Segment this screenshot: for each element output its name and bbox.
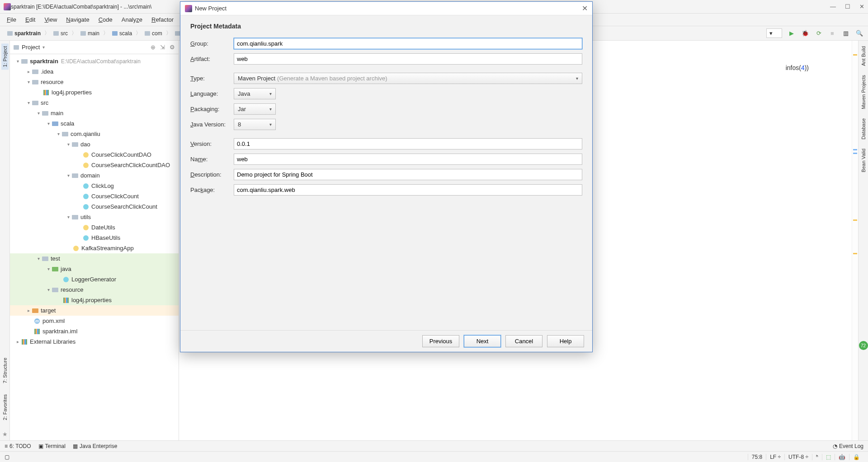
tree-dao2[interactable]: CourseSearchClickCountDAO [91, 162, 170, 168]
project-panel-header: Project ▾ ⊕ ⇲ ⚙ [10, 41, 179, 54]
window-controls: — ☐ ✕ [830, 3, 864, 10]
tree-java[interactable]: java [61, 266, 71, 272]
collapse-icon[interactable]: ⇲ [160, 44, 165, 51]
code-fragment: infos(4)) [786, 64, 809, 71]
description-label: Description: [190, 171, 234, 178]
tree-ext-lib[interactable]: External Libraries [30, 338, 75, 345]
tree-domain1[interactable]: ClickLog [91, 182, 114, 189]
breadcrumb-main[interactable]: main [78, 29, 102, 37]
previous-button[interactable]: Previous [422, 335, 459, 347]
name-label: Name: [190, 156, 234, 163]
tree-test-log4j[interactable]: log4j.properties [71, 297, 112, 303]
tree-logger[interactable]: LoggerGenerator [71, 276, 116, 283]
tree-main[interactable]: main [51, 110, 63, 117]
tree-test[interactable]: test [51, 255, 60, 262]
menu-file[interactable]: File [3, 14, 20, 25]
next-button[interactable]: Next [464, 335, 501, 347]
breadcrumb-com[interactable]: com [142, 29, 165, 37]
search-icon[interactable]: 🔍 [855, 29, 863, 37]
status-pos[interactable]: 75:8 [748, 454, 766, 460]
language-select[interactable]: Java [234, 88, 276, 99]
scroll-stripe[interactable] [852, 41, 858, 440]
tree-app[interactable]: KafkaStreamingApp [81, 245, 134, 252]
status-line-sep[interactable]: LF ÷ [766, 454, 784, 460]
inspection-badge[interactable]: 72 [859, 341, 868, 350]
menu-refactor[interactable]: Refactor [147, 14, 178, 25]
gear-icon[interactable]: ⚙ [170, 44, 175, 51]
minimize-button[interactable]: — [830, 3, 836, 10]
tool-bean[interactable]: Bean Valid [860, 146, 867, 175]
version-input[interactable] [234, 138, 582, 149]
tree-pom[interactable]: pom.xml [42, 317, 65, 324]
package-input[interactable] [234, 184, 582, 196]
group-input[interactable] [234, 38, 582, 49]
tree-resource[interactable]: resource [41, 79, 64, 85]
java-version-select[interactable]: 8 [234, 119, 276, 130]
status-icon[interactable]: ▢ [5, 454, 9, 460]
coverage-icon[interactable]: ⟳ [815, 29, 823, 37]
tree-dao1[interactable]: CourseClickCountDAO [91, 151, 151, 158]
locate-icon[interactable]: ⊕ [151, 44, 156, 51]
tree-root[interactable]: sparktrain [30, 58, 58, 65]
type-select[interactable]: Maven Project(Generate a Maven based pro… [234, 73, 582, 84]
dialog-close-icon[interactable]: ✕ [582, 4, 588, 13]
packaging-select[interactable]: Jar [234, 103, 276, 115]
tree-domain2[interactable]: CourseClickCount [91, 193, 139, 200]
tool-maven[interactable]: Maven Projects [860, 72, 867, 112]
tree-domain[interactable]: domain [80, 172, 100, 179]
menu-code[interactable]: Code [94, 14, 117, 25]
help-button[interactable]: Help [547, 335, 584, 347]
version-label: Version: [190, 140, 234, 147]
name-input[interactable] [234, 154, 582, 165]
bottom-todo[interactable]: ≡ 6: TODO [5, 443, 31, 449]
project-tree[interactable]: ▾sparktrainE:\IDEA\actualCombat\sparktra… [10, 54, 179, 440]
run-config-dropdown[interactable]: ▾ [766, 28, 782, 38]
tree-test-resource[interactable]: resource [61, 286, 84, 293]
right-gutter: Ant Build Maven Projects Database Bean V… [858, 41, 868, 440]
package-label: Package: [190, 187, 234, 193]
breadcrumb-root[interactable]: sparktrain [5, 29, 43, 37]
tree-src[interactable]: src [41, 99, 48, 106]
tree-domain3[interactable]: CourseSearchClickCount [91, 203, 157, 210]
dialog-section-title: Project Metadata [190, 23, 582, 30]
status-git-icon[interactable]: ʰ [812, 454, 822, 460]
menu-edit[interactable]: Edit [21, 14, 39, 25]
tool-project[interactable]: 1: Project [1, 43, 9, 70]
maximize-button[interactable]: ☐ [845, 3, 850, 10]
bottom-terminal[interactable]: ▣ Terminal [38, 443, 66, 449]
cancel-button[interactable]: Cancel [505, 335, 542, 347]
tree-utils1[interactable]: DateUtils [91, 224, 115, 231]
menu-view[interactable]: View [40, 14, 61, 25]
tool-database[interactable]: Database [860, 116, 867, 142]
tree-utils[interactable]: utils [80, 214, 91, 220]
stop-icon[interactable]: ■ [828, 29, 836, 37]
tree-iml[interactable]: sparktrain.iml [42, 328, 77, 335]
tree-utils2[interactable]: HBaseUtils [91, 234, 120, 241]
status-lock-icon[interactable]: 🔒 [849, 454, 863, 460]
debug-icon[interactable]: 🐞 [801, 29, 809, 37]
tree-pkg[interactable]: com.qianliu [71, 131, 100, 137]
tree-target[interactable]: target [41, 307, 56, 314]
layout-icon[interactable]: ▥ [842, 29, 850, 37]
status-bar: ▢ 75:8 LF ÷ UTF-8 ÷ ʰ ⬚ 🤖 🔒 [0, 451, 868, 462]
close-window-button[interactable]: ✕ [859, 3, 864, 10]
artifact-input[interactable] [234, 53, 582, 65]
tree-scala[interactable]: scala [61, 120, 74, 127]
status-encoding[interactable]: UTF-8 ÷ [784, 454, 812, 460]
tree-log4j[interactable]: log4j.properties [52, 89, 92, 96]
bottom-java-ee[interactable]: ▦ Java Enterprise [73, 443, 117, 449]
breadcrumb-scala[interactable]: scala [109, 29, 135, 37]
breadcrumb-src[interactable]: src [51, 29, 71, 37]
bottom-event-log[interactable]: ◔ Event Log [833, 443, 863, 449]
run-icon[interactable]: ▶ [788, 29, 796, 37]
tree-idea[interactable]: .idea [41, 68, 53, 75]
menu-navigate[interactable]: Navigate [62, 14, 93, 25]
description-input[interactable] [234, 169, 582, 180]
tool-structure[interactable]: 7: Structure [1, 355, 9, 386]
tool-favorites[interactable]: 2: Favorites [1, 392, 9, 423]
menu-analyze[interactable]: Analyze [118, 14, 146, 25]
toolbar-right: ▾ ▶ 🐞 ⟳ ■ ▥ 🔍 [766, 28, 863, 38]
tree-dao[interactable]: dao [80, 141, 90, 148]
tool-ant[interactable]: Ant Build [860, 43, 867, 69]
dialog-title-bar[interactable]: New Project ✕ [180, 2, 592, 15]
